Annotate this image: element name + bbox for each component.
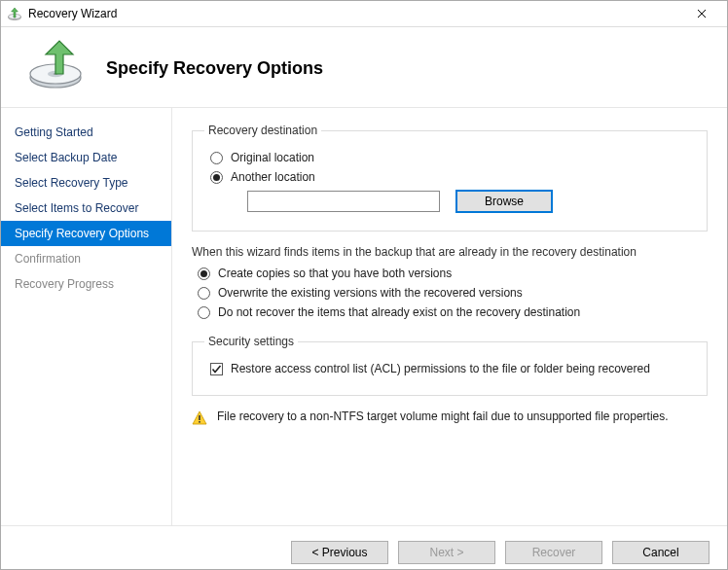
radio-skip-existing[interactable]: Do not recover the items that already ex… — [198, 305, 708, 319]
browse-button[interactable]: Browse — [455, 190, 553, 213]
page-heading: Specify Recovery Options — [106, 58, 323, 79]
radio-another-location-label: Another location — [231, 170, 315, 184]
wizard-icon — [24, 37, 87, 89]
radio-create-copies[interactable]: Create copies so that you have both vers… — [198, 267, 708, 280]
step-recovery-progress: Recovery Progress — [1, 271, 171, 297]
titlebar: Recovery Wizard — [1, 1, 727, 27]
radio-create-copies-label: Create copies so that you have both vers… — [218, 267, 452, 280]
wizard-steps-sidebar: Getting Started Select Backup Date Selec… — [1, 108, 172, 525]
step-getting-started[interactable]: Getting Started — [1, 120, 171, 145]
recovery-destination-legend: Recovery destination — [204, 124, 321, 137]
step-select-items[interactable]: Select Items to Recover — [1, 196, 171, 221]
step-confirmation: Confirmation — [1, 246, 171, 271]
cancel-button[interactable]: Cancel — [612, 541, 710, 564]
checkbox-restore-acl[interactable]: Restore access control list (ACL) permis… — [210, 362, 695, 375]
conflict-prompt: When this wizard finds items in the back… — [192, 245, 708, 259]
radio-icon — [198, 306, 210, 319]
radio-icon — [210, 152, 223, 164]
previous-button[interactable]: < Previous — [291, 541, 388, 564]
recovery-destination-group: Recovery destination Original location A… — [192, 124, 708, 232]
close-icon — [697, 9, 707, 18]
radio-skip-existing-label: Do not recover the items that already ex… — [218, 305, 580, 319]
radio-original-location-label: Original location — [231, 151, 314, 164]
destination-path-input[interactable] — [247, 191, 440, 212]
checkbox-icon — [210, 363, 223, 375]
radio-icon — [210, 171, 223, 184]
radio-another-location[interactable]: Another location — [210, 170, 695, 184]
step-select-recovery-type[interactable]: Select Recovery Type — [1, 170, 171, 196]
app-icon — [7, 6, 22, 21]
warning-text: File recovery to a non-NTFS target volum… — [217, 410, 669, 423]
step-select-backup-date[interactable]: Select Backup Date — [1, 145, 171, 170]
security-settings-group: Security settings Restore access control… — [192, 335, 708, 396]
main-panel: Recovery destination Original location A… — [172, 108, 727, 525]
svg-rect-7 — [199, 415, 200, 420]
radio-overwrite-label: Overwrite the existing versions with the… — [218, 286, 523, 300]
radio-icon — [198, 287, 210, 300]
browse-row: Browse — [247, 190, 695, 213]
wizard-footer: < Previous Next > Recover Cancel — [1, 525, 727, 570]
svg-rect-8 — [199, 421, 200, 423]
next-button[interactable]: Next > — [398, 541, 495, 564]
window-title: Recovery Wizard — [28, 7, 682, 20]
radio-overwrite[interactable]: Overwrite the existing versions with the… — [198, 286, 708, 300]
radio-original-location[interactable]: Original location — [210, 151, 695, 164]
step-specify-options[interactable]: Specify Recovery Options — [1, 221, 171, 246]
checkbox-restore-acl-label: Restore access control list (ACL) permis… — [231, 362, 650, 375]
recover-button[interactable]: Recover — [505, 541, 602, 564]
wizard-header: Specify Recovery Options — [1, 27, 727, 107]
content-area: Getting Started Select Backup Date Selec… — [1, 107, 727, 525]
radio-icon — [198, 267, 210, 280]
close-button[interactable] — [682, 1, 721, 26]
warning-row: File recovery to a non-NTFS target volum… — [192, 410, 708, 426]
warning-icon — [192, 410, 207, 426]
security-settings-legend: Security settings — [204, 335, 298, 348]
